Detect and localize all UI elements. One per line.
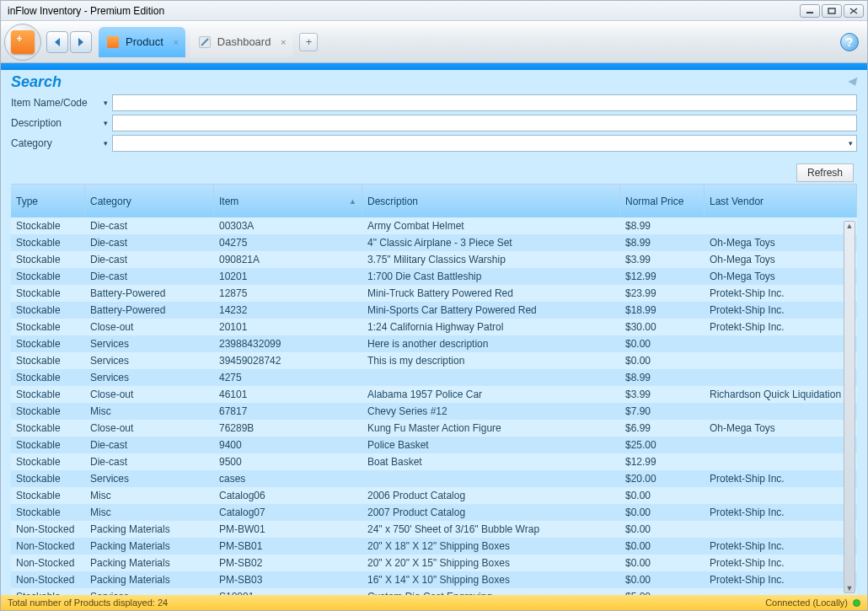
cell-price: $5.00 bbox=[620, 591, 705, 595]
cell-price: $3.99 bbox=[620, 254, 705, 265]
home-button[interactable]: + bbox=[4, 24, 41, 61]
cell-vendor: Protekt-Ship Inc. bbox=[705, 304, 857, 316]
minimize-button[interactable] bbox=[800, 4, 820, 18]
table-row[interactable]: StockableMiscCatalog072007 Product Catal… bbox=[11, 504, 857, 521]
collapse-icon[interactable]: ◀ bbox=[848, 75, 855, 87]
cell-item: 9500 bbox=[214, 456, 362, 468]
table-row[interactable]: StockableServicescases$20.00Protekt-Ship… bbox=[11, 470, 857, 487]
table-row[interactable]: StockableMisc67817Chevy Series #12$7.90 bbox=[11, 403, 857, 420]
cell-description: 3.75" Military Classics Warship bbox=[362, 254, 620, 265]
help-button[interactable]: ? bbox=[840, 33, 859, 51]
cell-category: Die-cast bbox=[85, 271, 214, 282]
table-row[interactable]: StockableDie-cast102011:700 Die Cast Bat… bbox=[11, 268, 857, 285]
title-bar: inFlow Inventory - Premium Edition bbox=[1, 1, 867, 21]
table-row[interactable]: StockableClose-out201011:24 California H… bbox=[11, 319, 857, 335]
description-input[interactable] bbox=[112, 115, 857, 131]
col-price[interactable]: Normal Price bbox=[620, 185, 705, 217]
cell-item: PM-SB01 bbox=[214, 540, 362, 552]
table-header: Type Category Item Description Normal Pr… bbox=[11, 184, 857, 217]
cell-description: Here is another description bbox=[362, 338, 620, 350]
status-right: Connected (Locally) bbox=[765, 598, 848, 608]
table-row[interactable]: Non-StockedPacking MaterialsPM-BW0124" x… bbox=[11, 521, 857, 538]
cell-price: $0.00 bbox=[620, 338, 705, 350]
tab-dashboard[interactable]: Dashboard × bbox=[190, 27, 293, 57]
cell-type: Stockable bbox=[11, 591, 85, 595]
table-row[interactable]: StockableServices23988432099Here is anot… bbox=[11, 335, 857, 352]
cell-vendor: Oh-Mega Toys bbox=[705, 254, 857, 265]
cell-category: Packing Materials bbox=[85, 557, 214, 569]
status-bar: Total number of Products displayed: 24 C… bbox=[1, 595, 867, 610]
table-row[interactable]: StockableDie-cast9500Boat Basket$12.99 bbox=[11, 453, 857, 470]
cell-item: Catalog07 bbox=[214, 506, 362, 518]
cell-category: Packing Materials bbox=[85, 574, 214, 586]
table-row[interactable]: StockableDie-cast042754" Classic Airplan… bbox=[11, 234, 857, 251]
cell-vendor: Oh-Mega Toys bbox=[705, 271, 857, 282]
cell-type: Non-Stocked bbox=[11, 557, 85, 569]
table-row[interactable]: Non-StockedPacking MaterialsPM-SB0120" X… bbox=[11, 538, 857, 555]
field-dropdown-icon[interactable]: ▾ bbox=[104, 139, 112, 147]
table-row[interactable]: StockableClose-out46101Alabama 1957 Poli… bbox=[11, 386, 857, 403]
item-name-input[interactable] bbox=[112, 94, 857, 111]
table-row[interactable]: StockableMiscCatalog062006 Product Catal… bbox=[11, 487, 857, 504]
field-dropdown-icon[interactable]: ▾ bbox=[104, 119, 112, 127]
table-row[interactable]: StockableServicesS10001Custom Die Cast E… bbox=[11, 588, 857, 595]
table-row[interactable]: Non-StockedPacking MaterialsPM-SB0316" X… bbox=[11, 571, 857, 588]
refresh-button[interactable]: Refresh bbox=[796, 163, 854, 182]
cell-item: PM-BW01 bbox=[214, 523, 362, 535]
table-row[interactable]: StockableServices4275$8.99 bbox=[11, 369, 857, 386]
table-row[interactable]: StockableDie-cast090821A3.75" Military C… bbox=[11, 251, 857, 268]
col-vendor[interactable]: Last Vendor bbox=[705, 185, 857, 217]
vertical-scrollbar[interactable]: ▲ ▼ bbox=[844, 221, 855, 593]
table-row[interactable]: StockableBattery-Powered14232Mini-Sports… bbox=[11, 302, 857, 319]
cell-item: PM-SB03 bbox=[214, 574, 362, 586]
col-type[interactable]: Type bbox=[11, 185, 85, 217]
category-label: Category bbox=[11, 137, 104, 149]
col-description[interactable]: Description bbox=[362, 185, 620, 217]
description-label: Description bbox=[11, 117, 104, 129]
cell-type: Stockable bbox=[11, 338, 85, 350]
cell-description: Mini-Truck Battery Powered Red bbox=[362, 287, 620, 299]
new-tab-button[interactable]: + bbox=[299, 33, 318, 51]
cell-type: Stockable bbox=[11, 456, 85, 468]
cell-price: $8.99 bbox=[620, 237, 705, 249]
nav-back-button[interactable] bbox=[46, 31, 68, 53]
cell-description: 2007 Product Catalog bbox=[362, 506, 620, 518]
cell-item: 090821A bbox=[214, 254, 362, 265]
close-button[interactable] bbox=[844, 4, 864, 18]
scroll-down-icon[interactable]: ▼ bbox=[846, 584, 854, 592]
table-row[interactable]: Non-StockedPacking MaterialsPM-SB0220" X… bbox=[11, 555, 857, 571]
cell-price: $0.00 bbox=[620, 540, 705, 552]
col-item[interactable]: Item bbox=[214, 185, 362, 217]
cell-type: Stockable bbox=[11, 271, 85, 282]
table-row[interactable]: StockableServices39459028742This is my d… bbox=[11, 352, 857, 369]
cell-description: This is my description bbox=[362, 355, 620, 367]
cell-vendor: Protekt-Ship Inc. bbox=[705, 557, 857, 569]
cell-description: Chevy Series #12 bbox=[362, 405, 620, 417]
col-category[interactable]: Category bbox=[85, 185, 214, 217]
cell-price: $23.99 bbox=[620, 287, 705, 299]
table-row[interactable]: StockableClose-out76289BKung Fu Master A… bbox=[11, 420, 857, 437]
tab-label: Product bbox=[126, 35, 163, 48]
category-select[interactable]: ▾ bbox=[112, 135, 857, 152]
cell-type: Stockable bbox=[11, 506, 85, 518]
field-dropdown-icon[interactable]: ▾ bbox=[104, 99, 112, 107]
scroll-up-icon[interactable]: ▲ bbox=[846, 222, 854, 230]
cell-price: $3.99 bbox=[620, 389, 705, 400]
cell-type: Stockable bbox=[11, 220, 85, 232]
nav-forward-button[interactable] bbox=[70, 31, 92, 53]
cell-item: cases bbox=[214, 473, 362, 485]
table-row[interactable]: StockableDie-cast00303AArmy Combat Helme… bbox=[11, 217, 857, 234]
maximize-button[interactable] bbox=[822, 4, 842, 18]
cell-type: Non-Stocked bbox=[11, 574, 85, 586]
cell-category: Close-out bbox=[85, 321, 214, 333]
close-icon[interactable]: × bbox=[173, 37, 178, 47]
table-body[interactable]: StockableDie-cast00303AArmy Combat Helme… bbox=[11, 217, 857, 595]
cell-category: Die-cast bbox=[85, 456, 214, 468]
svg-marker-4 bbox=[55, 38, 60, 46]
accent-strip bbox=[1, 63, 867, 70]
table-row[interactable]: StockableDie-cast9400Police Basket$25.00 bbox=[11, 437, 857, 453]
table-row[interactable]: StockableBattery-Powered12875Mini-Truck … bbox=[11, 285, 857, 302]
tab-product[interactable]: Product × bbox=[99, 27, 185, 57]
cell-item: 67817 bbox=[214, 405, 362, 417]
close-icon[interactable]: × bbox=[281, 37, 286, 47]
